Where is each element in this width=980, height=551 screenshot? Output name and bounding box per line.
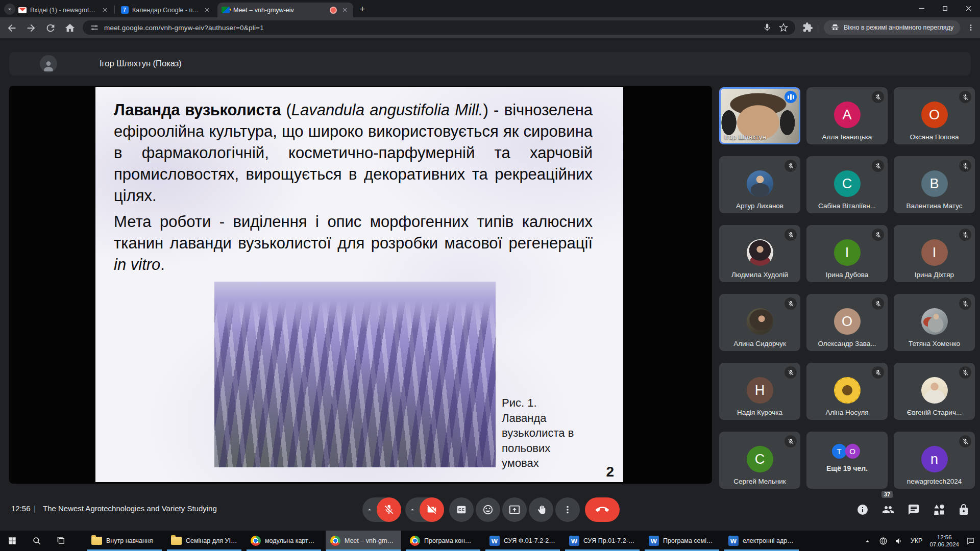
- slide-paren: (: [281, 101, 291, 119]
- new-tab-button[interactable]: +: [357, 4, 368, 14]
- participant-name: Сабіна Віталіївн...: [806, 202, 888, 210]
- chat-icon[interactable]: [908, 504, 920, 516]
- mic-off-icon: [785, 435, 797, 447]
- more-options-button[interactable]: [555, 497, 580, 522]
- back-icon[interactable]: [6, 22, 17, 34]
- participant-tile[interactable]: Аліна Носуля: [806, 363, 888, 420]
- action-center-icon[interactable]: [966, 537, 975, 545]
- participant-name: Олександр Зава...: [806, 340, 888, 347]
- participant-tile[interactable]: Людмила Худолій: [719, 225, 800, 282]
- participant-name: Артур Лиханов: [719, 202, 800, 210]
- raise-hand-button[interactable]: [529, 497, 553, 522]
- reactions-button[interactable]: [476, 497, 500, 522]
- participant-tile-video[interactable]: Ігор Шляхтун: [719, 87, 800, 144]
- activities-icon[interactable]: [933, 504, 945, 516]
- reload-icon[interactable]: [45, 22, 56, 34]
- participant-tile[interactable]: Тетяна Хоменко: [894, 294, 975, 351]
- participant-tile[interactable]: n newagrotech2024: [894, 432, 975, 489]
- camera-control-group: [405, 497, 444, 522]
- participant-tile[interactable]: Артур Лиханов: [719, 156, 800, 213]
- site-info-icon[interactable]: [90, 23, 99, 32]
- participant-tile[interactable]: Алина Сидорчук: [719, 294, 800, 351]
- mic-off-icon: [872, 91, 884, 103]
- slide-species-bold: Лаванда вузьколиста: [114, 101, 281, 119]
- taskbar-app-word-4[interactable]: W електронні адрес...: [724, 531, 799, 551]
- window-minimize-button[interactable]: [910, 0, 933, 16]
- incognito-badge[interactable]: Вікно в режимі анонімного перегляду: [824, 20, 960, 35]
- participant-name: Людмила Худолій: [719, 271, 800, 279]
- footer-separator: |: [34, 504, 36, 513]
- presentation-stage[interactable]: Лаванда вузьколиста (Lavandula angustifo…: [9, 86, 712, 484]
- extensions-puzzle-icon[interactable]: [802, 22, 813, 33]
- close-tab-icon[interactable]: [101, 6, 109, 14]
- taskbar-app-folder-2[interactable]: Семінар для УІЕСР...: [166, 531, 242, 551]
- participant-tile[interactable]: А Алла Іваницька: [806, 87, 888, 144]
- home-icon[interactable]: [64, 22, 76, 34]
- presenter-name: Ігор Шляхтун (Показ): [100, 59, 182, 68]
- tab-meet-active[interactable]: Meet – vnh-gmyw-eiv: [217, 3, 353, 17]
- participant-tile[interactable]: Євгеній Старич...: [894, 363, 975, 420]
- close-tab-icon[interactable]: [203, 6, 211, 14]
- url-text[interactable]: meet.google.com/vnh-gmyw-eiv?authuser=0&…: [104, 24, 264, 32]
- participant-tile[interactable]: С Сергей Мельник: [719, 432, 800, 489]
- window-restore-button[interactable]: [933, 0, 957, 16]
- captions-button[interactable]: [449, 497, 474, 522]
- participant-tile[interactable]: В Валентина Матус: [894, 156, 975, 213]
- participant-tile[interactable]: О Оксана Попова: [894, 87, 975, 144]
- end-call-button[interactable]: [585, 497, 620, 522]
- taskbar-app-chrome-2[interactable]: Програма конфер...: [405, 531, 481, 551]
- slide-goal-text: Мета роботи - виділення і опис морфогенн…: [114, 213, 593, 252]
- avatar-photo: [921, 308, 948, 335]
- voice-search-icon[interactable]: [763, 23, 772, 32]
- avatar: О: [845, 444, 860, 459]
- url-bar[interactable]: meet.google.com/vnh-gmyw-eiv?authuser=0&…: [83, 20, 795, 35]
- tray-time: 12:56: [937, 534, 952, 540]
- window-close-button[interactable]: [957, 0, 980, 16]
- slide-paren-close: ) -: [483, 101, 504, 119]
- taskbar-app-chrome-1[interactable]: модульна картина...: [246, 531, 322, 551]
- tray-clock[interactable]: 12:56 07.06.2024: [929, 534, 959, 548]
- network-globe-icon[interactable]: [879, 537, 888, 545]
- taskbar-app-word-1[interactable]: W СУЯ Ф.01-7.2-2023_...: [485, 531, 560, 551]
- taskbar-app-meet-active[interactable]: Meet – vnh-gmyw-...: [326, 531, 401, 551]
- browser-menu-icon[interactable]: [966, 21, 975, 34]
- slide-period: .: [160, 256, 165, 273]
- camera-off-button[interactable]: [420, 497, 444, 522]
- participant-tile[interactable]: О Олександр Зава...: [806, 294, 888, 351]
- avatar-photo: [747, 170, 773, 197]
- more-participants-label: Ещё 19 чел.: [806, 464, 888, 472]
- task-view-button[interactable]: [49, 531, 74, 551]
- participant-tile[interactable]: І Ірина Діхтяр: [894, 225, 975, 282]
- mic-options-chevron-icon[interactable]: [362, 506, 377, 513]
- tab-calendar[interactable]: 7 Календар Google - п'ятниця, 7: [116, 3, 215, 17]
- keyboard-language[interactable]: УКР: [911, 537, 923, 544]
- tab-search-button[interactable]: [4, 4, 15, 15]
- google-meet-icon: [222, 6, 230, 14]
- present-screen-button[interactable]: [502, 497, 527, 522]
- taskbar-app-word-2[interactable]: W СУЯ Пр.01-7.2-202...: [565, 531, 640, 551]
- participant-tile[interactable]: Н Надія Курочка: [719, 363, 800, 420]
- avatar: В: [921, 170, 948, 197]
- avatar: О: [921, 102, 948, 128]
- participant-name: Надія Курочка: [719, 409, 800, 416]
- participants-count-badge: 37: [881, 491, 893, 498]
- start-button[interactable]: [0, 531, 24, 551]
- volume-icon[interactable]: [895, 537, 903, 545]
- host-controls-lock-icon[interactable]: [958, 504, 970, 516]
- participant-name: Оксана Попова: [894, 133, 975, 141]
- participant-tile-more[interactable]: Т О Ещё 19 чел.: [806, 432, 888, 489]
- camera-options-chevron-icon[interactable]: [405, 506, 420, 513]
- participant-tile[interactable]: І Ірина Дубова: [806, 225, 888, 282]
- tab-gmail[interactable]: Вхідні (1) - newagrotech2024@: [14, 3, 113, 17]
- taskbar-app-word-3[interactable]: W Програма семінар...: [644, 531, 720, 551]
- bookmark-star-icon[interactable]: [779, 23, 788, 32]
- forward-icon[interactable]: [26, 22, 37, 34]
- meeting-info-icon[interactable]: [856, 504, 869, 516]
- taskbar-search-button[interactable]: [24, 531, 49, 551]
- participant-tile[interactable]: С Сабіна Віталіївн...: [806, 156, 888, 213]
- mic-muted-button[interactable]: [377, 497, 401, 522]
- tray-expand-chevron-icon[interactable]: [863, 537, 872, 545]
- close-tab-icon[interactable]: [340, 6, 349, 14]
- taskbar-app-folder-1[interactable]: Внутр навчання: [87, 531, 162, 551]
- people-icon[interactable]: [882, 504, 894, 516]
